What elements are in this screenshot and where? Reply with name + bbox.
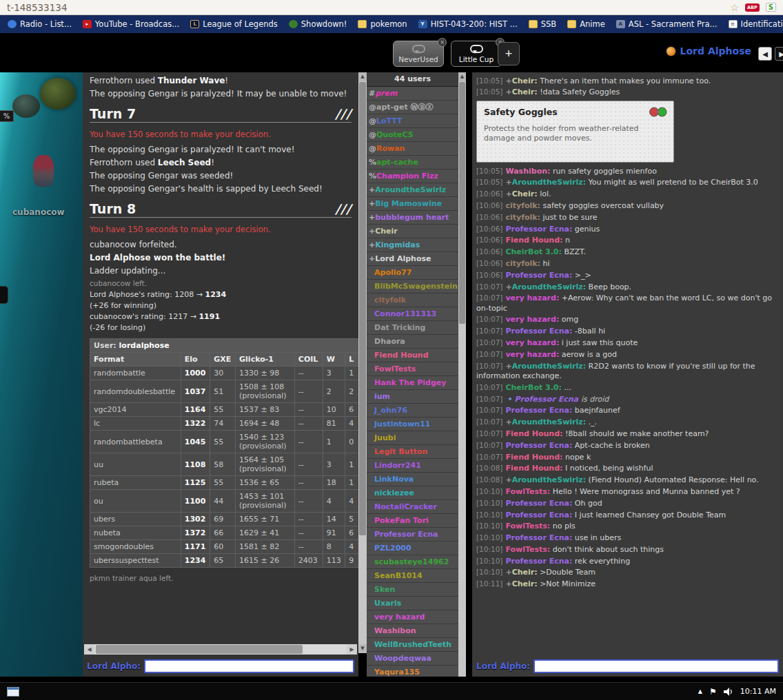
chat-message: [10:06]cityfolk: hi <box>476 259 779 269</box>
userlist-item[interactable]: @QuoteCS <box>367 128 458 142</box>
nav-next-button[interactable]: ▶ <box>775 47 783 61</box>
userlist-item[interactable]: @LoTTT <box>367 114 458 128</box>
chat-timestamp: [10:07] <box>476 429 502 438</box>
favorite-star-icon[interactable]: ☆ <box>730 2 739 13</box>
corner-percent-badge[interactable]: % <box>0 110 14 122</box>
userlist-item[interactable]: cityfolk <box>367 294 458 307</box>
userlist-item[interactable]: %apt-cache <box>367 156 458 169</box>
userlist-item[interactable]: ium <box>367 390 458 404</box>
userlist-item[interactable]: @apt-get ⓌⒷⓍ <box>367 101 458 114</box>
scroll-up-icon[interactable] <box>358 72 367 81</box>
userlist-item[interactable]: scubasteye14962 <box>367 555 458 569</box>
bookmark-item[interactable]: YouTube - Broadcas... <box>77 17 185 31</box>
left-edge-tab[interactable] <box>0 286 8 304</box>
action-center-flag-icon[interactable]: ⚑ <box>709 687 717 697</box>
ladder-cell-gxe: 66 <box>210 526 236 540</box>
battle-log-horizontal-scrollbar[interactable] <box>84 644 357 655</box>
chat-user-rank: + <box>505 579 511 588</box>
battle-chat-input-row: Lord Alpho: <box>87 659 354 673</box>
userlist-item[interactable]: Fiend Hound <box>367 349 458 362</box>
userlist-item[interactable]: @Rowan <box>367 142 458 156</box>
bookmark-item[interactable]: HIST-043-200: HIST ... <box>413 17 523 31</box>
userlist-item[interactable]: Hank The Pidgey <box>367 376 458 390</box>
bookmark-item[interactable]: ASL - Sacrament Pra... <box>611 17 723 31</box>
new-room-button[interactable]: + <box>498 42 520 65</box>
userlist-item[interactable]: Dat Tricking <box>367 321 458 335</box>
userlist-item[interactable]: +Lord Alphose <box>367 252 458 266</box>
userlist-item[interactable]: NoctaliCracker <box>367 500 458 514</box>
room-tab-little-cup[interactable]: Little Cup <box>451 41 502 67</box>
userlist-item[interactable]: Apollo77 <box>367 266 458 280</box>
battle-chat-input[interactable] <box>144 659 354 673</box>
scroll-left-icon[interactable] <box>84 644 94 655</box>
bookmark-item[interactable]: Identification Form <box>723 17 783 31</box>
userlist-item[interactable]: Juubi <box>367 431 458 445</box>
adblock-icon[interactable]: ABP <box>745 3 760 12</box>
volume-icon[interactable] <box>724 688 733 696</box>
userlist-item[interactable]: %Champion Fizz <box>367 169 458 183</box>
chat-timestamp: [10:06] <box>476 271 502 279</box>
userlist-item[interactable]: +Cheir <box>367 225 458 238</box>
userlist-item[interactable]: Professor Ecna <box>367 528 458 542</box>
scroll-right-icon[interactable] <box>347 644 357 655</box>
room-tab-neverused[interactable]: NeverUsed <box>393 41 444 67</box>
userlist-item[interactable]: Lindorr241 <box>367 459 458 473</box>
log-text: Ferrothorn used <box>90 158 158 167</box>
bookmark-item[interactable]: Anime <box>562 17 611 31</box>
userlist-item[interactable]: PokeFan Tori <box>367 514 458 528</box>
infobox-title: Safety Goggles <box>484 107 667 117</box>
userlist-item[interactable]: Woopdeqwaa <box>367 652 458 666</box>
bookmark-item[interactable]: Showdown! <box>283 17 353 31</box>
userlist-item[interactable]: Connor131313 <box>367 307 458 321</box>
horizontal-scrollbar-thumb[interactable] <box>96 645 303 654</box>
userlist-item[interactable]: J_ohn76 <box>367 404 458 418</box>
chat-text: You might as well pretend to be CheirBot… <box>586 178 758 187</box>
user-name: FowlTests <box>374 364 416 373</box>
scroll-up-icon[interactable] <box>458 72 466 81</box>
userlist-item[interactable]: Sken <box>367 583 458 597</box>
userlist-item[interactable]: Washibon <box>367 624 458 638</box>
userlist-item[interactable]: PZL2000 <box>367 542 458 555</box>
extension-s-icon[interactable]: S <box>766 3 776 12</box>
userlist-item[interactable]: nickiezee <box>367 486 458 500</box>
chat-message: [10:06]cityfolk: safety goggles overcoat… <box>476 201 779 211</box>
chat-username: AroundtheSwirlz: <box>512 362 586 371</box>
close-tab-icon[interactable] <box>438 38 447 47</box>
chat-input[interactable] <box>533 659 779 673</box>
userlist-item[interactable]: FowlTests <box>367 362 458 376</box>
userlist-item[interactable]: BlibMcSwagenstein <box>367 280 458 294</box>
bookmark-item[interactable]: pokemon <box>352 17 412 31</box>
battle-log-scrollbar[interactable] <box>358 72 367 653</box>
userlist-item[interactable]: Dhaora <box>367 335 458 349</box>
log-text: Lord Alphose's rating: 1208 → <box>90 290 205 299</box>
userlist-item[interactable]: +Big Mamoswine <box>367 197 458 211</box>
userlist-item[interactable]: WellBrushedTeeth <box>367 638 458 652</box>
nav-prev-button[interactable]: ◀ <box>758 47 772 61</box>
userlist-item[interactable]: +Kingmidas <box>367 238 458 252</box>
chat-text: Apt-cache is broken <box>572 441 649 450</box>
userlist-item[interactable]: Justintown11 <box>367 418 458 431</box>
userlist-item[interactable]: very hazard <box>367 610 458 624</box>
userlist-item[interactable]: +bubblegum heart <box>367 211 458 225</box>
userlist-item[interactable]: Yaqura135 <box>367 666 458 677</box>
battle-log-scrollbar-thumb[interactable] <box>359 82 366 535</box>
bookmark-label: YouTube - Broadcas... <box>95 19 179 29</box>
chat-username: very hazard: <box>505 338 559 347</box>
bookmark-item[interactable]: Radio - List... <box>2 17 77 31</box>
userlist-item[interactable]: +AroundtheSwirlz <box>367 183 458 197</box>
userlist-scrollbar[interactable] <box>458 72 466 677</box>
userlist-item[interactable]: Legit Button <box>367 445 458 459</box>
userlist-scrollbar-thumb[interactable] <box>459 82 465 324</box>
tray-expand-icon[interactable]: ▲ <box>698 688 702 694</box>
userlist-item[interactable]: Uxaris <box>367 597 458 610</box>
current-user[interactable]: Lord Alphose <box>666 45 751 56</box>
bookmark-item[interactable]: League of Legends <box>185 17 283 31</box>
scroll-down-icon[interactable] <box>358 644 367 653</box>
ladder-cell-l: 4 <box>345 540 358 554</box>
bookmark-item[interactable]: SSB <box>523 17 562 31</box>
userlist-item[interactable]: SeanB1014 <box>367 569 458 583</box>
taskbar-app-icon[interactable] <box>7 687 19 697</box>
userlist-item[interactable]: LinkNova <box>367 473 458 486</box>
userlist-count[interactable]: 44 users <box>367 72 458 87</box>
userlist-item[interactable]: #prem <box>367 87 458 101</box>
